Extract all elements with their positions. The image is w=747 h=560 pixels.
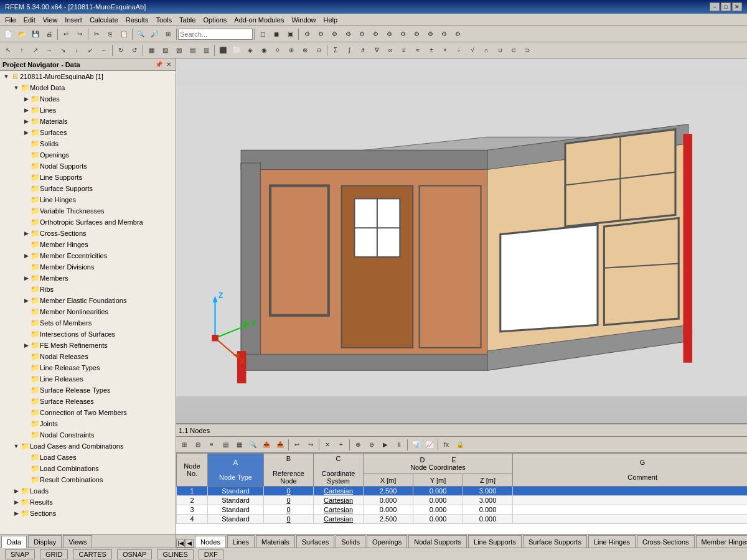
nav-close-button[interactable]: ✕ (164, 60, 173, 69)
tree-member-eccentricities[interactable]: ▶ 📁 Member Eccentricities (0, 250, 176, 261)
tt-b11[interactable]: ✕ (321, 438, 334, 452)
status-glines[interactable]: GLINES (157, 549, 193, 559)
menu-file[interactable]: File (1, 15, 20, 25)
tree-connection-two-members[interactable]: 📁 Connection of Two Members (0, 407, 176, 418)
search-input[interactable] (178, 29, 253, 40)
tree-openings[interactable]: 📁 Openings (0, 149, 176, 161)
tree-nodal-constraints[interactable]: 📁 Nodal Constraints (0, 429, 176, 441)
tree-result-combos[interactable]: 📁 Result Combinations (0, 474, 176, 485)
tb2-d5[interactable]: ◊ (271, 44, 284, 57)
tt-b6[interactable]: 🔍 (246, 438, 260, 452)
tab-member-hinges[interactable]: Member Hinges (696, 535, 747, 548)
minimize-button[interactable]: − (710, 2, 720, 11)
tb2-e15[interactable]: ⊃ (520, 44, 534, 57)
tb2-e6[interactable]: ≡ (397, 44, 411, 57)
tb2-e11[interactable]: √ (466, 44, 479, 57)
tree-solids[interactable]: 📁 Solids (0, 138, 176, 149)
tab-data[interactable]: Data (1, 536, 27, 548)
tab-nodal-supports[interactable]: Nodal Supports (408, 535, 467, 548)
tb-b5[interactable]: ⚙ (355, 27, 369, 41)
tb2-e9[interactable]: × (438, 44, 452, 57)
tt-b4[interactable]: ▤ (218, 438, 232, 452)
tb2-d7[interactable]: ⊗ (298, 44, 312, 57)
tab-nav-prev[interactable]: ◀ (185, 539, 194, 548)
tb2-d1[interactable]: ⬛ (216, 44, 230, 57)
table-row[interactable]: 3 Standard 0 Cartesian 0.000 0.000 0.000 (177, 505, 748, 515)
table-row[interactable]: 4 Standard 0 Cartesian 2.500 0.000 0.000 (177, 515, 748, 524)
tb-paste[interactable]: 📋 (117, 27, 131, 41)
tb2-c3[interactable]: ▨ (172, 44, 186, 57)
tree-load-cases[interactable]: 📁 Load Cases (0, 452, 176, 463)
tb-copy[interactable]: ⎘ (103, 27, 117, 41)
tb-b9[interactable]: ⚙ (410, 27, 423, 41)
menu-options[interactable]: Options (199, 15, 230, 25)
tt-b14[interactable]: ⊖ (365, 438, 378, 452)
tt-b17[interactable]: 📊 (409, 438, 423, 452)
tb2-b4[interactable]: → (42, 44, 56, 57)
tab-cross-sections[interactable]: Cross-Sections (637, 535, 695, 548)
tree-line-release-types[interactable]: 📁 Line Release Types (0, 362, 176, 373)
tab-nav-first[interactable]: |◀ (176, 539, 185, 548)
tt-b16[interactable]: ⏸ (392, 438, 406, 452)
menu-tools[interactable]: Tools (152, 15, 176, 25)
tree-nodal-releases[interactable]: 📁 Nodal Releases (0, 351, 176, 362)
menu-help[interactable]: Help (320, 15, 342, 25)
tb-zoom-out[interactable]: 🔎 (148, 27, 161, 41)
tree-nodal-supports[interactable]: 📁 Nodal Supports (0, 161, 176, 172)
tab-solids[interactable]: Solids (336, 535, 365, 548)
tt-b15[interactable]: ▶ (378, 438, 392, 452)
menu-edit[interactable]: Edit (20, 15, 39, 25)
tb2-d2[interactable]: ⬜ (230, 44, 243, 57)
tb-undo[interactable]: ↩ (59, 27, 73, 41)
tt-b20[interactable]: 🔒 (453, 438, 467, 452)
tab-openings[interactable]: Openings (367, 535, 407, 548)
tt-b18[interactable]: 📈 (423, 438, 436, 452)
tb-b3[interactable]: ⚙ (327, 27, 341, 41)
tree-intersections[interactable]: 📁 Intersections of Surfaces (0, 329, 176, 340)
menu-table[interactable]: Table (176, 15, 199, 25)
tb2-e7[interactable]: ≈ (411, 44, 425, 57)
tb2-e12[interactable]: ∩ (479, 44, 493, 57)
tb2-rotate2[interactable]: ↺ (128, 44, 141, 57)
tb2-d6[interactable]: ⊕ (284, 44, 298, 57)
tb2-d3[interactable]: ◈ (243, 44, 257, 57)
tt-b2[interactable]: ⊟ (191, 438, 205, 452)
tb-b10[interactable]: ⚙ (423, 27, 437, 41)
tb2-b7[interactable]: ↙ (83, 44, 97, 57)
tree-member-elastic[interactable]: ▶ 📁 Member Elastic Foundations (0, 295, 176, 306)
tree-surface-releases[interactable]: 📁 Surface Releases (0, 396, 176, 407)
tb2-d4[interactable]: ◉ (257, 44, 271, 57)
tt-b13[interactable]: ⊕ (351, 438, 365, 452)
tree-cross-sections[interactable]: ▶ 📁 Cross-Sections (0, 228, 176, 239)
status-dxf[interactable]: DXF (199, 549, 223, 559)
tt-b8[interactable]: 📥 (273, 438, 287, 452)
tree-line-releases[interactable]: 📁 Line Releases (0, 373, 176, 385)
tb-b12[interactable]: ⚙ (451, 27, 464, 41)
menu-window[interactable]: Window (288, 15, 319, 25)
tb-view3[interactable]: ▣ (283, 27, 297, 41)
tt-b1[interactable]: ⊞ (177, 438, 191, 452)
tb2-e8[interactable]: ± (425, 44, 438, 57)
tb2-e10[interactable]: ÷ (452, 44, 466, 57)
tree-lines[interactable]: ▶ 📁 Lines (0, 105, 176, 116)
tree-line-supports[interactable]: 📁 Line Supports (0, 172, 176, 183)
table-row[interactable]: 1 Standard 0 Cartesian 2.500 0.000 3.000 (177, 487, 748, 496)
tb-b6[interactable]: ⚙ (369, 27, 382, 41)
tb2-rotate1[interactable]: ↻ (114, 44, 128, 57)
menu-view[interactable]: View (39, 15, 62, 25)
tb2-c4[interactable]: ▤ (186, 44, 199, 57)
status-snap[interactable]: SNAP (5, 549, 35, 559)
tb2-b1[interactable]: ↖ (1, 44, 15, 57)
viewport-3d[interactable]: Z Y X (176, 58, 747, 423)
tree-model-data[interactable]: ▼ 📁 Model Data (0, 82, 176, 93)
tb-b8[interactable]: ⚙ (396, 27, 410, 41)
tree-sections[interactable]: ▶ 📁 Sections (0, 508, 176, 519)
table-row[interactable]: 2 Standard 0 Cartesian 0.000 0.000 3.000 (177, 496, 748, 505)
tb2-e1[interactable]: Σ (329, 44, 342, 57)
tb2-e3[interactable]: ∂ (356, 44, 370, 57)
close-button[interactable]: ✕ (732, 2, 742, 11)
tb-view1[interactable]: ◻ (256, 27, 270, 41)
tree-results[interactable]: ▶ 📁 Results (0, 497, 176, 508)
tt-b19[interactable]: fx (439, 438, 453, 452)
tree-line-hinges[interactable]: 📁 Line Hinges (0, 194, 176, 205)
